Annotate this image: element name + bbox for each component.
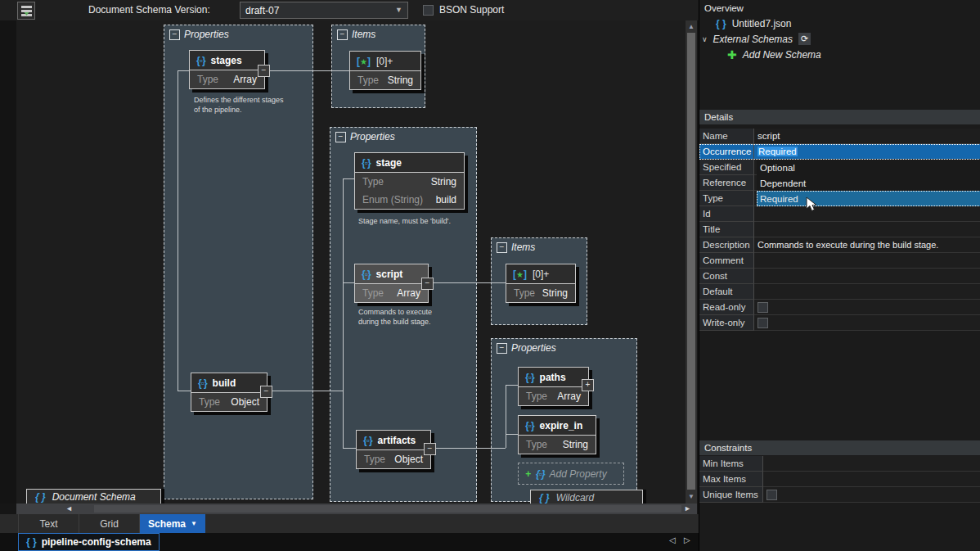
bson-support-option: BSON Support [423, 4, 504, 16]
detail-row-title[interactable]: Title [699, 222, 980, 237]
collapse-icon[interactable]: − [497, 343, 507, 354]
tab-text[interactable]: Text [18, 514, 79, 533]
unique-items-checkbox[interactable] [766, 490, 777, 500]
tab-schema[interactable]: Schema ▼ [140, 514, 205, 533]
container-title: Properties [350, 131, 395, 142]
schema-node-build[interactable]: {▫} build Type Object [191, 373, 267, 412]
schema-version-select[interactable]: draft-07 ▼ [240, 2, 408, 19]
tree-item-file[interactable]: { } Untitled7.json [716, 18, 791, 29]
connector-line [267, 391, 343, 391]
constraint-row-min-items[interactable]: Min Items [699, 456, 980, 472]
braces-icon: { } [35, 491, 46, 503]
mouse-cursor-icon [806, 196, 817, 212]
scrollbar-thumb[interactable] [687, 33, 695, 490]
collapse-icon[interactable]: − [169, 29, 180, 40]
schema-document-button[interactable] [17, 2, 35, 20]
document-tab-active[interactable]: { } pipeline-config-schema [18, 533, 160, 551]
scroll-right-icon[interactable]: ► [684, 504, 691, 513]
object-icon: {▫} [525, 420, 534, 431]
detail-row-name[interactable]: Name script [699, 129, 980, 144]
write-only-checkbox[interactable] [757, 318, 768, 328]
schema-node-stage[interactable]: {▫} stage Type String Enum (String) buil… [354, 152, 465, 210]
constraints-header: Constraints [699, 440, 980, 455]
tab-grid[interactable]: Grid [79, 514, 140, 533]
node-name: stage [376, 157, 402, 169]
add-icon: ✚ [727, 48, 737, 61]
connector-line [343, 178, 354, 179]
collapse-handle-icon[interactable]: − [258, 65, 270, 77]
collapse-handle-icon[interactable]: − [260, 386, 272, 398]
scroll-down-icon[interactable]: ▼ [686, 493, 697, 500]
dropdown-option-required[interactable]: Required [757, 191, 980, 206]
json-schema-editor-window: Document Schema Version: draft-07 ▼ BSON… [0, 0, 980, 551]
object-icon: {▫} [362, 157, 371, 169]
prev-document-icon[interactable]: ◁ [669, 535, 676, 544]
connector-line [431, 448, 506, 449]
container-header: − Items [337, 29, 375, 40]
collapse-icon[interactable]: − [337, 29, 348, 40]
collapse-handle-icon[interactable]: − [421, 278, 434, 290]
schema-diagram-canvas[interactable]: − Properties − Items − Properties − Item… [16, 20, 686, 504]
right-panel: Overview { } Untitled7.json ∨ External S… [699, 0, 980, 551]
collapse-icon[interactable]: − [497, 242, 507, 253]
schema-node-wildcard-clipped[interactable]: { } Wildcard [530, 490, 643, 504]
view-tab-bar: Text Grid Schema ▼ [0, 514, 699, 533]
scrollbar-thumb[interactable] [94, 505, 681, 513]
connector-line [506, 385, 506, 448]
connector-line [178, 70, 189, 71]
collapse-handle-icon[interactable]: − [424, 443, 436, 455]
add-property-label: Add Property [550, 468, 607, 480]
detail-row-id[interactable]: Id [699, 206, 980, 222]
dropdown-option-dependent[interactable]: Dependent [757, 175, 980, 191]
detail-row-write-only[interactable]: Write-only [699, 315, 980, 331]
read-only-checkbox[interactable] [757, 302, 768, 313]
detail-row-occurrence[interactable]: Occurrence Required [699, 144, 980, 160]
next-document-icon[interactable]: ▷ [684, 535, 690, 544]
refresh-icon[interactable]: ⟳ [798, 33, 811, 45]
collapse-icon[interactable]: − [335, 132, 346, 142]
container-title: Properties [511, 342, 556, 354]
node-name: script [376, 269, 403, 280]
schema-node-paths[interactable]: {▫} paths Type Array [518, 367, 589, 406]
canvas-horizontal-scrollbar[interactable]: ◄ ► [16, 504, 697, 514]
detail-row-const[interactable]: Const [699, 269, 980, 284]
node-description: Defines the different stages of the pipe… [194, 96, 292, 115]
detail-row-description[interactable]: Description Commands to execute during t… [699, 237, 980, 253]
connector-line [506, 434, 518, 435]
tree-item-add-new-schema[interactable]: ✚ Add New Schema [727, 48, 821, 61]
schema-node-artifacts[interactable]: {▫} artifacts Type Object [356, 430, 431, 469]
add-property-button[interactable]: +{▫} Add Property [518, 463, 624, 485]
detail-row-read-only[interactable]: Read-only [699, 300, 980, 315]
schema-node-expire-in[interactable]: {▫} expire_in Type String [518, 415, 596, 454]
bson-support-checkbox[interactable] [423, 5, 434, 16]
bson-support-label: BSON Support [439, 4, 504, 16]
constraint-row-unique-items[interactable]: Unique Items [699, 487, 980, 503]
schema-node-stages-items[interactable]: [★] [0]+ Type String [349, 51, 421, 90]
constraint-row-max-items[interactable]: Max Items [699, 472, 980, 487]
connector-line [178, 70, 178, 391]
expand-handle-icon[interactable]: + [582, 379, 594, 391]
node-name: expire_in [540, 420, 583, 431]
container-title: Properties [184, 29, 229, 40]
object-icon: {▫} [525, 372, 534, 383]
scroll-left-icon[interactable]: ◄ [65, 504, 73, 513]
schema-node-stages[interactable]: {▫} stages Type Array [189, 50, 265, 89]
tree-item-external-schemas[interactable]: ∨ External Schemas ⟳ [702, 33, 811, 45]
canvas-vertical-scrollbar[interactable]: ▲ ▼ [686, 20, 697, 504]
schema-node-script-selected[interactable]: {▫} script Type Array [354, 264, 429, 303]
object-icon: {▫} [363, 435, 372, 446]
connector-line [433, 282, 506, 283]
object-icon: {▫} [536, 468, 545, 480]
add-icon: + [525, 468, 531, 480]
scroll-up-icon[interactable]: ▲ [686, 23, 697, 30]
schema-node-document-schema-clipped[interactable]: { } Document Schema [26, 489, 161, 504]
toolbar: Document Schema Version: draft-07 ▼ BSON… [0, 0, 699, 20]
dropdown-option-optional[interactable]: Optional [757, 160, 980, 175]
node-name: [0]+ [376, 56, 393, 67]
schema-node-script-items[interactable]: [★] [0]+ Type String [506, 264, 576, 303]
detail-row-comment[interactable]: Comment [699, 253, 980, 269]
detail-row-default[interactable]: Default [699, 284, 980, 300]
chevron-down-icon: ▼ [191, 520, 197, 527]
braces-icon: { } [26, 536, 37, 548]
overview-title: Overview [704, 3, 744, 13]
